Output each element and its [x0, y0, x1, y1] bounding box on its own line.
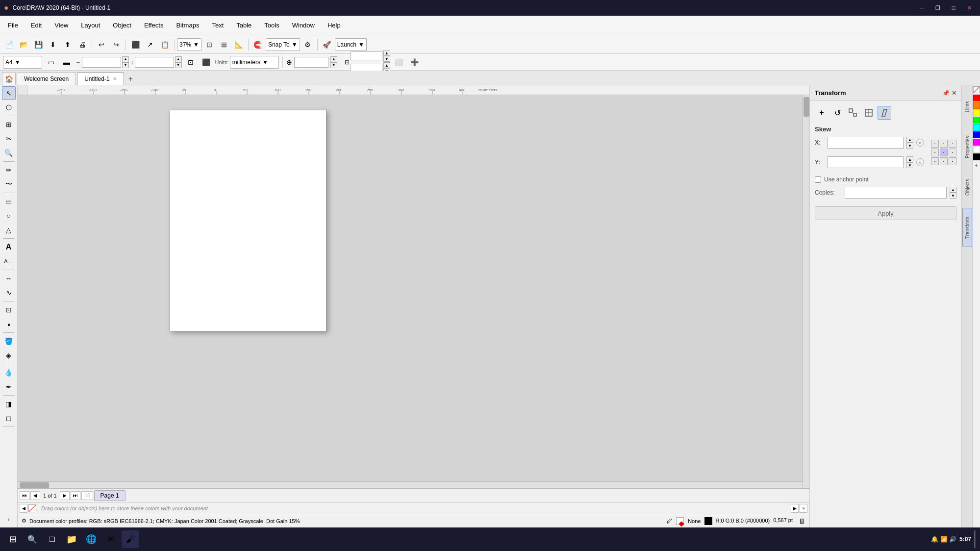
next-page-btn[interactable]: ▶: [60, 491, 70, 500]
clock[interactable]: 5:07: [959, 536, 971, 543]
dup-width-down[interactable]: ▼: [383, 56, 390, 62]
menu-view[interactable]: View: [49, 19, 74, 32]
menu-tools[interactable]: Tools: [258, 19, 285, 32]
task-view-button[interactable]: ❑: [43, 530, 61, 548]
anchor-bl[interactable]: •: [931, 157, 939, 165]
transform-side-tab[interactable]: Transform: [962, 208, 972, 247]
menu-file[interactable]: File: [2, 19, 24, 32]
nudge-spin-up[interactable]: ▲: [330, 56, 337, 62]
eyedropper-tool[interactable]: 💧: [2, 366, 16, 379]
snap-dropdown[interactable]: Snap To ▼: [266, 38, 300, 51]
width-spin-down[interactable]: ▼: [122, 62, 129, 68]
menu-help[interactable]: Help: [322, 19, 347, 32]
zoom-tool[interactable]: 🔍: [2, 146, 16, 160]
skew-x-lock[interactable]: ○: [916, 139, 924, 147]
palette-left-btn[interactable]: ◀: [20, 504, 27, 513]
ellipse-tool[interactable]: ○: [2, 209, 16, 223]
paper-size-dropdown[interactable]: A4 ▼: [3, 56, 42, 69]
page-frame-btn[interactable]: ⬜: [392, 55, 406, 69]
transparency-tool[interactable]: ◻: [2, 411, 16, 425]
snap-icon[interactable]: 🧲: [251, 38, 265, 51]
canvas-scroll[interactable]: [18, 95, 809, 488]
restore-button[interactable]: ❐: [931, 3, 945, 13]
anchor-ml[interactable]: •: [931, 149, 939, 156]
welcome-screen-tab[interactable]: Welcome Screen: [17, 72, 76, 85]
copies-input[interactable]: 0: [845, 187, 947, 199]
close-button[interactable]: ✕: [962, 3, 976, 13]
open-button[interactable]: 📂: [17, 38, 30, 51]
launch-icon[interactable]: 🚀: [320, 38, 334, 51]
undo-button[interactable]: ↩: [95, 38, 108, 51]
zoom-to-fit[interactable]: ⊡: [202, 38, 216, 51]
add-page-nav-btn[interactable]: 📄: [81, 491, 93, 500]
strip-green[interactable]: [973, 117, 980, 124]
export-button[interactable]: ⬆: [61, 38, 75, 51]
anchor-br[interactable]: •: [949, 157, 956, 165]
copy-button[interactable]: 📋: [158, 38, 172, 51]
prev-page-btn[interactable]: ◀: [30, 491, 40, 500]
mail-button[interactable]: ✉: [102, 530, 120, 548]
strip-black[interactable]: [973, 153, 980, 160]
menu-effects[interactable]: Effects: [138, 19, 170, 32]
interactive-fill[interactable]: ◈: [2, 349, 16, 362]
width-input[interactable]: 210,0 mm: [82, 57, 121, 68]
menu-window[interactable]: Window: [286, 19, 321, 32]
text-tool[interactable]: A: [2, 240, 16, 254]
strip-orange[interactable]: [973, 102, 980, 109]
strip-cyan[interactable]: [973, 124, 980, 131]
last-page-btn[interactable]: ⏭: [71, 491, 80, 500]
file-explorer-button[interactable]: 📁: [63, 530, 80, 548]
settings-icon[interactable]: ⚙: [22, 518, 26, 524]
properties-side-tab[interactable]: Properties: [962, 127, 972, 167]
portrait-btn[interactable]: ▭: [44, 55, 58, 69]
home-tab[interactable]: 🏠: [2, 72, 16, 85]
start-button[interactable]: ⊞: [4, 530, 22, 548]
anchor-mc[interactable]: •: [940, 149, 948, 156]
minimize-button[interactable]: ─: [915, 3, 929, 13]
menu-bitmaps[interactable]: Bitmaps: [170, 19, 205, 32]
change-page-btn[interactable]: ⊡: [184, 55, 198, 69]
skew-y-spin-up[interactable]: ▲: [906, 156, 913, 162]
anchor-tc[interactable]: •: [940, 140, 948, 148]
skew-x-spin-up[interactable]: ▲: [906, 137, 913, 143]
no-fill-strip[interactable]: [973, 86, 980, 93]
strip-add-btn[interactable]: +: [975, 163, 978, 168]
height-spin-up[interactable]: ▲: [175, 56, 182, 62]
scrollbar-vertical[interactable]: [803, 95, 809, 488]
palette-more-btn[interactable]: »: [800, 504, 807, 513]
shadow-tool[interactable]: ◨: [2, 397, 16, 411]
zoom-dropdown[interactable]: 37% ▼: [177, 38, 201, 51]
skew-x-input[interactable]: 0,0: [828, 137, 904, 149]
options-button[interactable]: ⚙: [301, 38, 315, 51]
rectangle-tool[interactable]: ▭: [2, 195, 16, 208]
strip-white[interactable]: [973, 146, 980, 153]
blend-tool[interactable]: ⊡: [2, 303, 16, 317]
anchor-bc[interactable]: •: [940, 157, 948, 165]
zoom-rulers[interactable]: 📐: [232, 38, 246, 51]
nudge-spin-down[interactable]: ▼: [330, 62, 337, 68]
page1-tab[interactable]: Page 1: [94, 490, 126, 501]
add-tab-button[interactable]: +: [125, 73, 137, 85]
no-fill-swatch[interactable]: [28, 504, 36, 512]
transform-tool[interactable]: ⊞: [2, 118, 16, 131]
strip-red[interactable]: [973, 95, 980, 101]
polygon-tool[interactable]: △: [2, 223, 16, 237]
menu-text[interactable]: Text: [206, 19, 229, 32]
menu-table[interactable]: Table: [230, 19, 257, 32]
position-tab[interactable]: +: [815, 106, 829, 120]
outline-tool[interactable]: ✒: [2, 380, 16, 394]
scrollbar-horizontal[interactable]: [18, 481, 803, 488]
copies-spin-down[interactable]: ▼: [950, 193, 956, 199]
connector-tool[interactable]: ∿: [2, 286, 16, 300]
pin-panel-btn[interactable]: 📌: [942, 90, 950, 97]
freehand-tool[interactable]: ✏: [2, 163, 16, 177]
fill-tool[interactable]: 🪣: [2, 334, 16, 348]
maximize-button[interactable]: □: [947, 3, 960, 13]
dup-width-input[interactable]: 5,0 mm: [351, 51, 382, 60]
bleed-btn[interactable]: ⬛: [200, 55, 213, 69]
strip-blue[interactable]: [973, 131, 980, 138]
redo-button[interactable]: ↪: [109, 38, 123, 51]
crop-tool[interactable]: ✂: [2, 132, 16, 146]
anchor-tr[interactable]: •: [949, 140, 956, 148]
launch-dropdown[interactable]: Launch ▼: [335, 38, 367, 51]
